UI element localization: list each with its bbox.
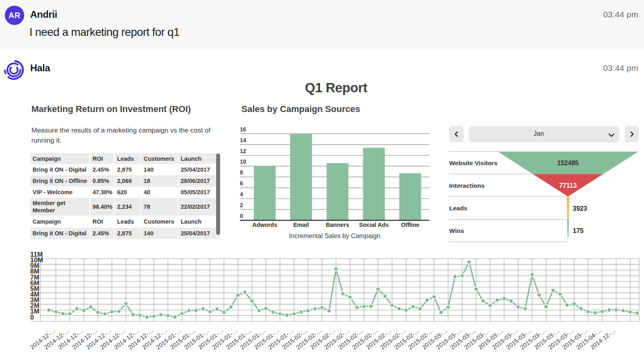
svg-text:14: 14 [240, 137, 246, 143]
svg-text:Adwords: Adwords [252, 222, 277, 228]
svg-text:8: 8 [240, 169, 243, 176]
svg-text:12: 12 [240, 148, 246, 154]
svg-text:16: 16 [240, 126, 246, 133]
svg-text:11M: 11M [30, 251, 43, 258]
svg-text:152485: 152485 [557, 160, 578, 166]
svg-text:6: 6 [240, 180, 243, 187]
svg-text:2: 2 [240, 202, 243, 208]
svg-text:4: 4 [240, 191, 243, 197]
svg-text:10: 10 [240, 158, 246, 165]
svg-text:Banners: Banners [326, 222, 349, 228]
svg-text:77113: 77113 [559, 182, 577, 189]
svg-text:Email: Email [293, 222, 309, 228]
svg-text:Social Ads: Social Ads [359, 222, 389, 228]
svg-text:175: 175 [573, 227, 584, 234]
svg-text:0: 0 [240, 213, 243, 219]
svg-text:Incremental Sales by Campaign: Incremental Sales by Campaign [289, 232, 380, 239]
svg-text:3923: 3923 [573, 205, 587, 212]
svg-text:Offline: Offline [401, 222, 419, 228]
